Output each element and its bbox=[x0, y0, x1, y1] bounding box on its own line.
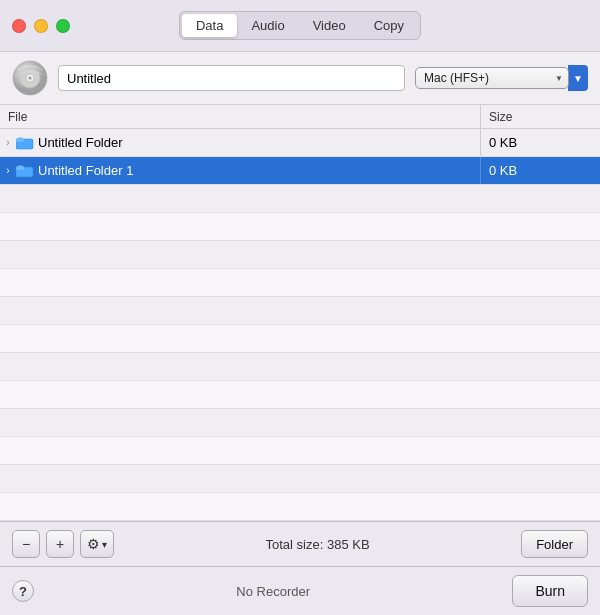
table-row[interactable]: › Untitled Folder 0 KB bbox=[0, 129, 600, 157]
folder-icon bbox=[16, 164, 34, 178]
svg-point-3 bbox=[29, 77, 32, 80]
svg-rect-5 bbox=[16, 139, 24, 142]
disc-icon bbox=[12, 60, 48, 96]
minimize-button[interactable] bbox=[34, 19, 48, 33]
folder-icon bbox=[16, 136, 34, 150]
new-folder-button[interactable]: Folder bbox=[521, 530, 588, 558]
empty-row bbox=[0, 297, 600, 325]
titlebar: Data Audio Video Copy bbox=[0, 0, 600, 52]
gear-button[interactable]: ⚙ ▾ bbox=[80, 530, 114, 558]
empty-row bbox=[0, 213, 600, 241]
empty-row bbox=[0, 437, 600, 465]
empty-row bbox=[0, 241, 600, 269]
column-file-header: File bbox=[0, 110, 480, 124]
empty-row bbox=[0, 465, 600, 493]
empty-row bbox=[0, 185, 600, 213]
add-button[interactable]: + bbox=[46, 530, 74, 558]
row-filename: Untitled Folder 1 bbox=[34, 163, 480, 178]
svg-rect-7 bbox=[16, 167, 24, 170]
row-filesize: 0 KB bbox=[480, 157, 600, 184]
empty-row bbox=[0, 493, 600, 521]
tab-copy[interactable]: Copy bbox=[360, 14, 418, 37]
format-select[interactable]: Mac (HFS+) DVD-ROM (ISO 9660) DVD-ROM/HF… bbox=[415, 67, 569, 89]
table-body: › Untitled Folder 0 KB › bbox=[0, 129, 600, 521]
tab-group: Data Audio Video Copy bbox=[179, 11, 421, 40]
empty-row bbox=[0, 381, 600, 409]
expand-arrow-icon: › bbox=[0, 137, 16, 148]
main-content: Mac (HFS+) DVD-ROM (ISO 9660) DVD-ROM/HF… bbox=[0, 52, 600, 615]
expand-arrow-icon: › bbox=[0, 165, 16, 176]
window: Data Audio Video Copy bbox=[0, 0, 600, 615]
recorder-status: No Recorder bbox=[34, 584, 512, 599]
table-header: File Size bbox=[0, 105, 600, 129]
disc-row: Mac (HFS+) DVD-ROM (ISO 9660) DVD-ROM/HF… bbox=[0, 52, 600, 105]
table-row[interactable]: › Untitled Folder 1 0 KB bbox=[0, 157, 600, 185]
help-button[interactable]: ? bbox=[12, 580, 34, 602]
column-size-header: Size bbox=[480, 105, 600, 128]
empty-row bbox=[0, 325, 600, 353]
gear-icon: ⚙ bbox=[87, 536, 100, 552]
tab-data[interactable]: Data bbox=[182, 14, 237, 37]
row-filesize: 0 KB bbox=[480, 129, 600, 156]
window-controls bbox=[12, 19, 70, 33]
table-container: File Size › Untitled Folder 0 KB bbox=[0, 105, 600, 521]
empty-row bbox=[0, 409, 600, 437]
burn-button[interactable]: Burn bbox=[512, 575, 588, 607]
bottom-toolbar: − + ⚙ ▾ Total size: 385 KB Folder bbox=[0, 521, 600, 566]
format-select-container: Mac (HFS+) DVD-ROM (ISO 9660) DVD-ROM/HF… bbox=[415, 67, 569, 89]
row-filename: Untitled Folder bbox=[34, 135, 480, 150]
maximize-button[interactable] bbox=[56, 19, 70, 33]
tab-video[interactable]: Video bbox=[299, 14, 360, 37]
tab-audio[interactable]: Audio bbox=[237, 14, 298, 37]
disc-name-input[interactable] bbox=[58, 65, 405, 91]
format-arrow-button[interactable]: ▼ bbox=[568, 65, 588, 91]
format-group: Mac (HFS+) DVD-ROM (ISO 9660) DVD-ROM/HF… bbox=[415, 65, 588, 91]
close-button[interactable] bbox=[12, 19, 26, 33]
gear-arrow-icon: ▾ bbox=[102, 539, 107, 550]
remove-button[interactable]: − bbox=[12, 530, 40, 558]
empty-row bbox=[0, 353, 600, 381]
total-size-label: Total size: 385 KB bbox=[120, 537, 515, 552]
status-bar: ? No Recorder Burn bbox=[0, 566, 600, 615]
empty-row bbox=[0, 269, 600, 297]
